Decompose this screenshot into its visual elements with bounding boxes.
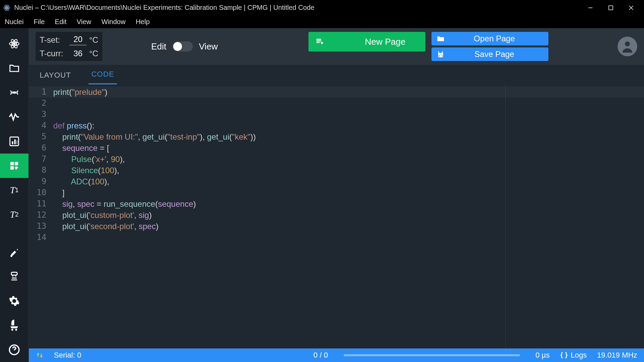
app-icon — [3, 4, 11, 12]
t-curr-value: 36 — [69, 49, 86, 58]
sidebar-dig[interactable] — [0, 240, 28, 264]
minimize-button[interactable] — [580, 1, 601, 15]
code-line[interactable]: Silence(100), — [53, 165, 644, 176]
save-page-label: Save Page — [445, 49, 544, 59]
sidebar-t2[interactable]: T2 — [0, 202, 28, 227]
code-line[interactable] — [53, 98, 644, 109]
new-page-label: New Page — [352, 37, 419, 47]
status-logs-label: Logs — [571, 351, 587, 360]
status-time: 0 µs — [536, 351, 550, 360]
sidebar-wave[interactable] — [0, 105, 28, 129]
t-curr-label: T-curr: — [40, 49, 67, 58]
code-editor[interactable]: 1234567891011121314 print("prelude")def … — [29, 84, 644, 348]
line-number: 2 — [29, 98, 53, 109]
titlebar: Nuclei – C:\Users\WAR\Documents\Nuclei E… — [0, 0, 644, 15]
sidebar-settings[interactable] — [0, 289, 28, 313]
line-number: 11 — [29, 198, 53, 209]
new-page-button[interactable]: New Page — [308, 32, 425, 52]
playlist-add-icon — [315, 37, 325, 46]
sidebar-page-plus[interactable] — [0, 154, 28, 178]
code-line[interactable]: Pulse('x+', 90), — [53, 154, 644, 165]
tab-layout[interactable]: LAYOUT — [37, 66, 74, 84]
svg-point-23 — [15, 329, 17, 331]
line-number: 4 — [29, 120, 53, 131]
line-number: 5 — [29, 131, 53, 142]
menubar: Nuclei File Edit View Window Help — [0, 15, 644, 28]
svg-rect-21 — [12, 272, 17, 275]
status-progress-bar — [344, 354, 520, 356]
tab-code[interactable]: CODE — [88, 65, 117, 84]
svg-point-22 — [12, 329, 14, 331]
svg-point-0 — [6, 7, 7, 8]
code-line[interactable]: ] — [53, 187, 644, 198]
sidebar: T1 T2 — [0, 28, 29, 362]
sidebar-help[interactable] — [0, 338, 28, 362]
line-number: 3 — [29, 109, 53, 120]
save-icon — [436, 50, 445, 59]
maximize-button[interactable] — [601, 1, 621, 15]
code-line[interactable]: sig, spec = run_sequence(sequence) — [53, 198, 644, 209]
temperature-panel: T-set: 20 °C T-curr: 36 °C — [36, 32, 102, 61]
menu-view[interactable]: View — [75, 17, 93, 27]
edit-view-toggle-group: Edit View — [151, 41, 218, 52]
view-label: View — [199, 41, 218, 52]
sidebar-chart[interactable] — [0, 129, 28, 154]
edit-view-toggle[interactable] — [173, 41, 193, 52]
code-line[interactable]: ADC(100), — [53, 176, 644, 187]
unit-c: °C — [89, 35, 98, 45]
code-line[interactable]: sequence = [ — [53, 142, 644, 154]
sync-icon — [36, 351, 44, 359]
line-number: 12 — [29, 209, 53, 221]
statusbar: Serial: 0 0 / 0 0 µs Logs 19.019 MHz — [29, 348, 644, 362]
user-avatar[interactable] — [618, 37, 637, 56]
menu-nuclei[interactable]: Nuclei — [3, 17, 26, 27]
sidebar-atom[interactable] — [0, 32, 28, 56]
code-line[interactable] — [53, 232, 644, 243]
code-area[interactable]: print("prelude")def press(): print("Valu… — [53, 84, 644, 348]
braces-icon — [560, 351, 568, 359]
close-button[interactable] — [621, 1, 641, 15]
edit-label: Edit — [151, 41, 166, 52]
t-set-value[interactable]: 20 — [69, 35, 86, 45]
menu-file[interactable]: File — [32, 17, 47, 27]
t-curr-row: T-curr: 36 °C — [40, 49, 98, 58]
svg-rect-16 — [17, 140, 17, 144]
svg-rect-5 — [609, 6, 613, 10]
person-icon — [620, 39, 635, 54]
menu-window[interactable]: Window — [99, 17, 127, 27]
topbar: T-set: 20 °C T-curr: 36 °C Edit View New — [29, 28, 644, 65]
open-page-button[interactable]: Open Page — [431, 32, 548, 45]
sidebar-folder[interactable] — [0, 56, 28, 80]
svg-point-25 — [625, 41, 630, 46]
code-line[interactable]: plot_ui('custom-plot', sig) — [53, 209, 644, 221]
window-controls — [580, 1, 641, 15]
menu-help[interactable]: Help — [134, 17, 152, 27]
status-arrows[interactable] — [36, 351, 44, 359]
svg-rect-15 — [14, 139, 16, 144]
unit-c: °C — [89, 49, 98, 58]
sidebar-stroller[interactable] — [0, 313, 28, 338]
sidebar-signal[interactable] — [0, 80, 28, 105]
svg-rect-14 — [12, 141, 13, 144]
menu-edit[interactable]: Edit — [53, 17, 68, 27]
svg-rect-19 — [11, 166, 14, 169]
line-number: 13 — [29, 221, 53, 232]
line-number: 10 — [29, 187, 53, 198]
line-number: 14 — [29, 232, 53, 243]
sidebar-scan[interactable] — [0, 264, 28, 289]
svg-rect-18 — [15, 162, 18, 165]
line-number: 9 — [29, 176, 53, 187]
code-line[interactable] — [53, 109, 644, 120]
status-logs[interactable]: Logs — [560, 351, 587, 360]
code-line[interactable]: def press(): — [53, 120, 644, 131]
code-line[interactable]: print("Value from UI:", get_ui("test-inp… — [53, 131, 644, 142]
t-set-row[interactable]: T-set: 20 °C — [40, 35, 98, 45]
svg-point-12 — [14, 92, 15, 93]
code-line[interactable]: print("prelude") — [53, 86, 644, 98]
sidebar-t1[interactable]: T1 — [0, 178, 28, 202]
line-number: 8 — [29, 165, 53, 176]
status-freq[interactable]: 19.019 MHz — [597, 351, 637, 360]
status-progress-text: 0 / 0 — [314, 351, 328, 360]
code-line[interactable]: plot_ui('second-plot', spec) — [53, 221, 644, 232]
save-page-button[interactable]: Save Page — [431, 47, 548, 61]
